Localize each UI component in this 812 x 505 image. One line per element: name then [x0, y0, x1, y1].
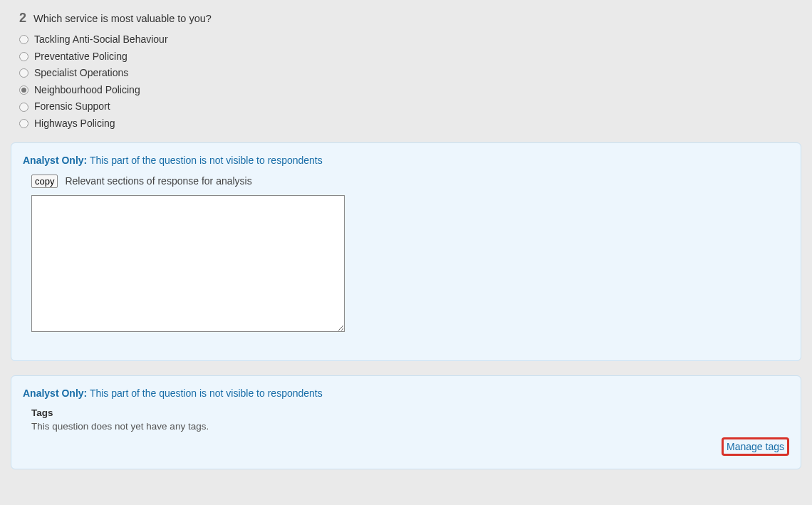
analyst-panel-analysis: Analyst Only: This part of the question … [11, 142, 801, 361]
analyst-heading-label: Analyst Only: [23, 155, 87, 166]
option-row[interactable]: Tackling Anti-Social Behaviour [19, 33, 801, 47]
radio-icon[interactable] [19, 68, 28, 78]
option-row[interactable]: Specialist Operations [19, 66, 801, 80]
question-number: 2 [19, 11, 26, 26]
option-label: Forensic Support [34, 100, 110, 114]
radio-icon[interactable] [19, 119, 28, 128]
option-label: Preventative Policing [34, 50, 127, 64]
tags-block: Tags This question does not yet have any… [31, 407, 789, 432]
manage-tags-row: Manage tags [23, 437, 789, 456]
analyst-heading: Analyst Only: This part of the question … [23, 155, 789, 166]
option-row[interactable]: Preventative Policing [19, 50, 801, 64]
question-text: Which service is most valuable to you? [33, 13, 212, 24]
option-row[interactable]: Forensic Support [19, 100, 801, 114]
option-row[interactable]: Highways Policing [19, 117, 801, 131]
radio-icon[interactable] [19, 35, 28, 44]
analyst-heading-sub: This part of the question is not visible… [90, 387, 323, 399]
tags-title: Tags [31, 407, 789, 418]
analyst-heading-label: Analyst Only: [23, 387, 87, 399]
copy-description: Relevant sections of response for analys… [65, 175, 251, 187]
analysis-textarea[interactable] [31, 195, 345, 332]
question-options: Tackling Anti-Social BehaviourPreventati… [11, 33, 801, 131]
copy-button[interactable]: copy [31, 175, 58, 188]
manage-tags-link[interactable]: Manage tags [722, 437, 789, 456]
radio-icon[interactable] [19, 52, 28, 61]
tags-empty-message: This question does not yet have any tags… [31, 421, 789, 432]
option-row[interactable]: Neighbourhood Policing [19, 83, 801, 98]
option-label: Neighbourhood Policing [34, 83, 140, 98]
copy-row: copy Relevant sections of response for a… [31, 175, 789, 188]
analyst-heading: Analyst Only: This part of the question … [23, 387, 789, 399]
analyst-panel-tags: Analyst Only: This part of the question … [11, 375, 801, 469]
option-label: Highways Policing [34, 117, 115, 131]
option-label: Specialist Operations [34, 66, 128, 80]
radio-icon[interactable] [19, 103, 28, 112]
option-label: Tackling Anti-Social Behaviour [34, 33, 168, 47]
page-root: 2 Which service is most valuable to you?… [0, 0, 812, 505]
radio-icon[interactable] [19, 85, 28, 95]
question-header: 2 Which service is most valuable to you? [11, 11, 801, 26]
analyst-heading-sub: This part of the question is not visible… [90, 155, 323, 166]
